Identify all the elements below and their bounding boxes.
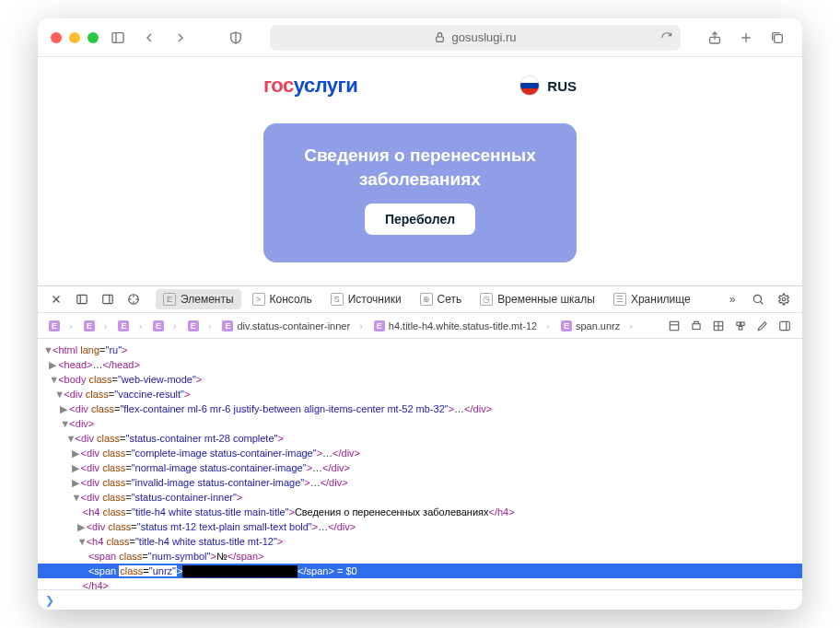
tab-elements[interactable]: EЭлементы	[156, 289, 241, 309]
minimize-window-button[interactable]	[69, 32, 80, 43]
breadcrumb-item[interactable]: Eh4.title-h4.white.status-title.mt-12	[368, 320, 555, 331]
dom-breadcrumbs: E E E E E Ediv.status-container-inner Eh…	[38, 313, 802, 339]
classes-icon[interactable]	[734, 320, 747, 332]
safari-titlebar: gosuslugi.ru	[38, 18, 802, 57]
svg-line-20	[760, 301, 763, 304]
layout-icon[interactable]	[668, 320, 681, 332]
svg-rect-12	[103, 295, 113, 303]
logo-part2: услуги	[294, 74, 358, 97]
svg-rect-7	[775, 34, 783, 42]
breadcrumb-item[interactable]: E	[147, 320, 182, 331]
devtools-toolbar: EЭлементы >Консоль SИсточники ⊕Сеть ◷Вре…	[38, 285, 802, 313]
more-tabs-button[interactable]: »	[721, 290, 743, 308]
svg-point-21	[782, 297, 786, 301]
tab-timeline[interactable]: ◷Временные шкалы	[472, 289, 602, 309]
tab-sources[interactable]: SИсточники	[323, 289, 409, 309]
svg-point-19	[753, 295, 761, 302]
svg-rect-29	[741, 321, 745, 325]
close-window-button[interactable]	[51, 32, 62, 43]
svg-rect-22	[670, 321, 678, 330]
breadcrumb-item[interactable]: E	[112, 320, 147, 331]
edit-icon[interactable]	[756, 320, 769, 332]
console-prompt[interactable]: ❯	[38, 589, 802, 610]
dock-right-button[interactable]	[97, 290, 119, 308]
lang-label: RUS	[547, 78, 577, 94]
reload-icon[interactable]	[660, 31, 673, 44]
svg-rect-30	[739, 326, 742, 330]
recovered-button[interactable]: Переболел	[365, 204, 475, 235]
privacy-shield-button[interactable]	[224, 26, 248, 50]
illness-card: Сведения о перенесенных заболеваниях Пер…	[263, 123, 577, 262]
new-tab-button[interactable]	[734, 26, 758, 50]
svg-rect-28	[737, 321, 741, 325]
svg-rect-31	[780, 321, 790, 330]
language-switch[interactable]: RUS	[519, 76, 577, 96]
traffic-lights	[51, 32, 99, 43]
breadcrumb-item[interactable]: E	[182, 320, 217, 331]
lock-icon	[434, 31, 446, 43]
gosuslugi-logo[interactable]: госуслуги	[263, 74, 357, 98]
breadcrumb-tools	[668, 320, 797, 332]
card-title-line2: заболеваниях	[359, 169, 481, 189]
page-content: госуслуги RUS Сведения о перенесенных за…	[38, 57, 802, 285]
url-host: gosuslugi.ru	[451, 30, 516, 44]
share-button[interactable]	[703, 26, 727, 50]
svg-rect-10	[77, 295, 88, 303]
breadcrumb-item[interactable]: E	[78, 320, 113, 331]
tabs-overview-button[interactable]	[765, 26, 789, 50]
safari-window: gosuslugi.ru госуслуги RUS	[38, 18, 802, 610]
tab-console[interactable]: >Консоль	[245, 289, 320, 309]
inspect-element-button[interactable]	[122, 290, 145, 308]
dock-left-button[interactable]	[71, 290, 93, 308]
breadcrumb-item[interactable]: Espan.unrz	[555, 320, 638, 331]
fullscreen-window-button[interactable]	[88, 32, 99, 43]
breadcrumb-item[interactable]: Ediv.status-container-inner	[216, 320, 368, 331]
flag-ru-icon	[519, 76, 540, 96]
svg-rect-24	[693, 323, 700, 329]
details-panel-icon[interactable]	[778, 320, 791, 332]
print-styles-icon[interactable]	[690, 320, 703, 332]
sidebar-toggle-button[interactable]	[106, 26, 130, 50]
gear-icon[interactable]	[773, 290, 795, 308]
svg-rect-0	[112, 32, 123, 42]
search-icon[interactable]	[747, 290, 769, 308]
url-bar[interactable]: gosuslugi.ru	[270, 25, 681, 51]
svg-rect-3	[437, 37, 444, 41]
back-button[interactable]	[137, 26, 161, 50]
console-chevron-icon: ❯	[45, 594, 54, 607]
tab-storage[interactable]: ☰Хранилище	[606, 289, 698, 309]
dom-tree[interactable]: ▼<html lang="ru"> ▶<head>…</head> ▼<body…	[38, 339, 802, 589]
tab-network[interactable]: ⊕Сеть	[413, 289, 470, 309]
force-state-icon[interactable]	[712, 320, 725, 332]
close-devtools-button[interactable]	[45, 290, 67, 308]
logo-part1: гос	[263, 74, 294, 97]
forward-button[interactable]	[169, 26, 192, 50]
selected-dom-node[interactable]: <span class="unrz">████████████████</spa…	[38, 564, 802, 578]
breadcrumb-item[interactable]: E	[43, 320, 78, 331]
card-title-line1: Сведения о перенесенных	[304, 145, 536, 165]
